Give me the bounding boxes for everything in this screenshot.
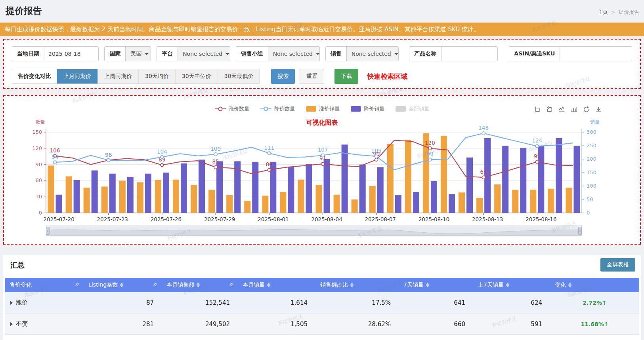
summary-table: 售价变化Listing条数本月销售额本月销量销售额占比7天销量上7天销量变化 涨… [5, 278, 639, 335]
pin-icon[interactable] [75, 282, 80, 287]
product-name-input[interactable] [441, 47, 498, 61]
zoom-box-icon[interactable] [534, 106, 541, 113]
legend-item[interactable]: 涨价销量 [306, 105, 340, 112]
column-header[interactable]: 7天销量 [399, 278, 473, 292]
sales-person-select[interactable]: None selected [347, 47, 399, 61]
expand-row-icon[interactable] [10, 322, 13, 326]
svg-text:66: 66 [480, 169, 487, 175]
column-label: 销售额占比 [320, 281, 348, 289]
compare-tab[interactable]: 30天最低价 [218, 69, 260, 84]
table-row[interactable]: 涨价87152,5411,61417.5%6416242.72%↑ [5, 292, 639, 313]
datazoom-left-handle[interactable] [46, 227, 50, 235]
download-button[interactable]: 下载 [334, 69, 358, 84]
price-compare-label: 售价变化对比 [12, 69, 57, 84]
download-icon[interactable] [595, 106, 602, 113]
compare-tab[interactable]: 30天中位价 [176, 69, 218, 84]
legend-item[interactable]: 降价销量 [351, 105, 384, 112]
quick-search-annotation: 快速检索区域 [367, 69, 407, 84]
sort-icon[interactable] [426, 283, 429, 287]
svg-text:2025-08-16: 2025-08-16 [526, 216, 556, 222]
breadcrumb: 主页>提价报告 [598, 9, 639, 16]
sort-icon[interactable] [506, 283, 509, 287]
page-title: 提价报告 [6, 5, 42, 17]
svg-text:250: 250 [587, 142, 596, 148]
country-select[interactable]: 美国 [126, 47, 151, 61]
datazoom-slider[interactable] [46, 225, 582, 236]
column-header[interactable]: 本月销量 [238, 278, 315, 292]
svg-text:105: 105 [371, 148, 382, 154]
svg-text:2025-07-23: 2025-07-23 [97, 216, 128, 222]
compare-tab[interactable]: 上月同期价 [57, 69, 98, 84]
bar-chart-icon[interactable] [571, 106, 577, 113]
platform-label: 平台 [157, 47, 178, 61]
column-header[interactable]: 上7天销量 [473, 278, 550, 292]
svg-text:98: 98 [105, 152, 112, 158]
platform-select[interactable]: None selected [178, 47, 230, 61]
column-header[interactable]: 本月销售额 [162, 278, 238, 292]
sales-prev7d: 624 [473, 292, 550, 313]
svg-text:104: 104 [157, 148, 167, 155]
table-row[interactable]: 不变281249,5021,50528.62%66059111.68%↑ [5, 313, 639, 335]
price-compare-tabs: 售价变化对比 上月同期价上周同期价30天均价30天中位价30天最低价 [12, 69, 260, 84]
pin-icon[interactable] [229, 282, 234, 287]
sort-icon[interactable] [197, 283, 200, 287]
column-label: 上7天销量 [478, 281, 504, 289]
sku-group: ASIN/渠道SKU [509, 46, 632, 61]
country-label: 国家 [105, 47, 126, 61]
month-sales-amount: 249,502 [162, 313, 238, 334]
country-group: 国家 美国 [104, 46, 151, 61]
compare-tab[interactable]: 30天均价 [139, 69, 176, 84]
sort-icon[interactable] [120, 283, 123, 287]
svg-text:90: 90 [35, 161, 42, 167]
chart-section: 涨价数量降价数量涨价销量降价销量全部销量 可视化图表 数量 销量 0306090… [3, 95, 641, 245]
column-label: 7天销量 [403, 281, 424, 289]
combo-chart[interactable]: 03060901201500501001502002503002025-07-2… [6, 124, 638, 224]
summary-section: 汇总 全屏表格 售价变化Listing条数本月销售额本月销量销售额占比7天销量上… [3, 255, 641, 340]
svg-text:2025-08-01: 2025-08-01 [258, 216, 289, 222]
datazoom-right-handle[interactable] [578, 227, 582, 235]
legend-bar-marker [351, 106, 361, 112]
reset-button[interactable]: 重置 [300, 69, 324, 84]
svg-text:2025-07-20: 2025-07-20 [43, 216, 74, 222]
change-value: 11.68%↑ [550, 313, 639, 334]
sort-icon[interactable] [350, 283, 354, 287]
refresh-icon[interactable] [583, 106, 590, 113]
fullscreen-table-button[interactable]: 全屏表格 [600, 258, 635, 272]
sku-input[interactable] [560, 47, 632, 61]
notice-bar: 每日生成提价数据快照，最新数据为 2 天前当地时间。商品金额与即时销量报告的交易… [0, 23, 644, 36]
sales-group-select[interactable]: None selected [268, 47, 320, 61]
column-header[interactable]: Listing条数 [84, 278, 162, 292]
column-header[interactable]: 销售额占比 [315, 278, 399, 292]
breadcrumb-home[interactable]: 主页 [598, 9, 608, 15]
chart-toolbox [534, 106, 602, 113]
sales-7d: 660 [399, 313, 473, 334]
column-label: 售价变化 [10, 281, 32, 289]
legend-item[interactable]: 涨价数量 [215, 105, 249, 112]
column-header[interactable]: 变化 [550, 278, 639, 292]
summary-table-header: 售价变化Listing条数本月销售额本月销量销售额占比7天销量上7天销量变化 [5, 278, 639, 292]
month-sales-qty: 1,505 [238, 313, 315, 334]
zoom-revert-icon[interactable] [546, 106, 553, 113]
sort-icon[interactable] [267, 283, 270, 287]
legend-label: 全部销量 [409, 105, 429, 112]
search-button[interactable]: 搜索 [271, 69, 295, 84]
sort-icon[interactable] [568, 283, 571, 287]
chevron-down-icon [225, 53, 229, 55]
legend-bar-marker [306, 106, 316, 112]
svg-text:200: 200 [587, 156, 596, 162]
svg-text:80: 80 [266, 161, 273, 167]
compare-tab[interactable]: 上周同期价 [98, 69, 139, 84]
sales-7d: 641 [399, 292, 473, 313]
line-chart-icon[interactable] [558, 106, 565, 113]
legend-label: 降价销量 [364, 105, 384, 112]
legend-item[interactable]: 降价数量 [260, 105, 295, 112]
local-date-input[interactable] [44, 47, 99, 61]
price-change-type: 不变 [16, 320, 28, 328]
svg-text:120: 120 [425, 140, 435, 146]
sales-prev7d: 591 [473, 313, 550, 334]
legend-item[interactable]: 全部销量 [396, 105, 429, 112]
pin-icon[interactable] [153, 282, 158, 287]
summary-title: 汇总 [10, 260, 25, 270]
column-label: Listing条数 [88, 281, 118, 289]
expand-row-icon[interactable] [10, 301, 13, 305]
